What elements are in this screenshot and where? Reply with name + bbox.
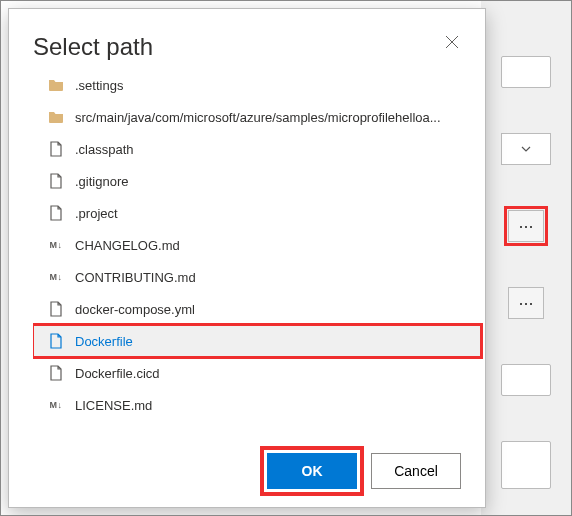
file-icon-slot: M↓ [47, 396, 65, 414]
file-icon-slot [47, 172, 65, 190]
file-row-file[interactable]: Dockerfile [33, 325, 481, 357]
file-icon [49, 173, 63, 189]
cancel-button[interactable]: Cancel [371, 453, 461, 489]
file-row-file[interactable]: M↓CONTRIBUTING.md [33, 261, 481, 293]
dialog-footer: OK Cancel [9, 435, 485, 507]
file-name-label: Dockerfile.cicd [75, 366, 160, 381]
file-icon-slot [47, 204, 65, 222]
bg-field[interactable] [501, 364, 551, 396]
file-icon [49, 365, 63, 381]
file-icon-slot [47, 108, 65, 126]
file-row-folder[interactable]: .settings [33, 69, 481, 101]
ok-button[interactable]: OK [267, 453, 357, 489]
dialog-title: Select path [33, 33, 153, 61]
bg-ellipsis-button[interactable]: ··· [508, 287, 544, 319]
file-row-file[interactable]: M↓LICENSE.md [33, 389, 481, 421]
file-icon-slot [47, 332, 65, 350]
chevron-down-icon [520, 143, 532, 155]
folder-icon [48, 78, 64, 92]
file-name-label: .gitignore [75, 174, 128, 189]
file-icon-slot [47, 364, 65, 382]
file-row-file[interactable]: .classpath [33, 133, 481, 165]
file-row-file[interactable]: docker-compose.yml [33, 293, 481, 325]
close-icon [445, 35, 459, 49]
file-icon-slot: M↓ [47, 236, 65, 254]
file-name-label: Dockerfile [75, 334, 133, 349]
file-name-label: .classpath [75, 142, 134, 157]
file-name-label: CONTRIBUTING.md [75, 270, 196, 285]
file-list[interactable]: .settingssrc/main/java/com/microsoft/azu… [33, 69, 485, 435]
file-icon [49, 205, 63, 221]
file-name-label: .settings [75, 78, 123, 93]
file-row-file[interactable]: .gitignore [33, 165, 481, 197]
file-icon [49, 141, 63, 157]
file-name-label: .project [75, 206, 118, 221]
dialog-header: Select path [9, 9, 485, 69]
bg-ellipsis-button-highlighted[interactable]: ··· [508, 210, 544, 242]
file-row-file[interactable]: M↓CHANGELOG.md [33, 229, 481, 261]
bg-field[interactable] [501, 56, 551, 88]
file-row-folder[interactable]: src/main/java/com/microsoft/azure/sample… [33, 101, 481, 133]
file-icon [49, 301, 63, 317]
markdown-icon: M↓ [50, 400, 63, 410]
file-list-container: .settingssrc/main/java/com/microsoft/azu… [33, 69, 485, 435]
file-row-file[interactable]: Dockerfile.cicd [33, 357, 481, 389]
file-icon [49, 333, 63, 349]
select-path-dialog: Select path .settingssrc/main/java/com/m… [8, 8, 486, 508]
file-name-label: docker-compose.yml [75, 302, 195, 317]
file-icon-slot [47, 300, 65, 318]
file-icon-slot: M↓ [47, 268, 65, 286]
file-icon-slot [47, 140, 65, 158]
markdown-icon: M↓ [50, 240, 63, 250]
bg-dropdown[interactable] [501, 133, 551, 165]
background-panel: ··· ··· [481, 1, 571, 515]
file-icon-slot [47, 76, 65, 94]
close-button[interactable] [443, 33, 461, 51]
file-name-label: CHANGELOG.md [75, 238, 180, 253]
markdown-icon: M↓ [50, 272, 63, 282]
file-name-label: LICENSE.md [75, 398, 152, 413]
file-name-label: src/main/java/com/microsoft/azure/sample… [75, 110, 441, 125]
file-row-file[interactable]: .project [33, 197, 481, 229]
bg-textarea[interactable] [501, 441, 551, 489]
folder-icon [48, 110, 64, 124]
